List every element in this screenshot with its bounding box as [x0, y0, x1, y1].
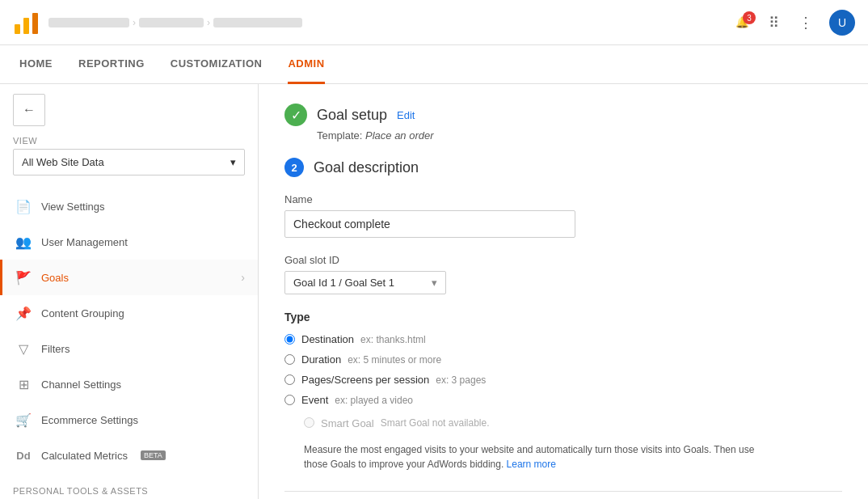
channel-icon: ⊞ — [15, 376, 32, 392]
google-analytics-logo — [13, 10, 39, 36]
sidebar: ← VIEW All Web Site Data ▾ 📄 View Settin… — [0, 84, 259, 499]
goal-desc-title: Goal description — [314, 159, 419, 176]
users-icon: 👥 — [15, 234, 32, 250]
goal-setup-title: Goal setup — [317, 107, 387, 124]
duration-hint: ex: 5 minutes or more — [348, 354, 441, 366]
sidebar-item-view-settings[interactable]: 📄 View Settings — [0, 188, 258, 224]
smart-goal-label: Smart Goal — [321, 417, 374, 429]
sidebar-item-filters[interactable]: ▽ Filters — [0, 331, 258, 366]
pages-label: Pages/Screens per session — [301, 374, 429, 386]
step-number: 2 — [284, 158, 304, 177]
sidebar-item-calculated-metrics[interactable]: Dd Calculated Metrics BETA — [0, 438, 258, 473]
sidebar-item-goals[interactable]: 🚩 Goals › — [0, 260, 258, 295]
grid-icon: ⠿ — [769, 15, 779, 31]
pin-icon: 📌 — [15, 305, 32, 321]
smart-goal-radio — [304, 417, 314, 428]
more-icon: ⋮ — [798, 15, 813, 31]
svg-rect-1 — [23, 18, 29, 34]
content-area: ✓ Goal setup Edit Template: Place an ord… — [259, 84, 868, 499]
document-icon: 📄 — [15, 198, 32, 214]
pages-radio[interactable] — [284, 374, 295, 385]
sidebar-item-user-management[interactable]: 👥 User Management — [0, 224, 258, 260]
goal-slot-form-group: Goal slot ID Goal Id 1 / Goal Set 1 ▾ — [284, 254, 842, 294]
name-input[interactable] — [284, 210, 575, 238]
flag-icon: 🚩 — [15, 269, 32, 285]
template-text: Template: Place an order — [317, 129, 842, 142]
back-icon: ← — [23, 103, 36, 117]
more-options-button[interactable]: ⋮ — [795, 11, 816, 35]
goal-slot-chevron-icon: ▾ — [432, 277, 437, 289]
divider — [284, 491, 842, 492]
smart-goal-description: Measure the most engaged visits to your … — [304, 442, 773, 472]
sidebar-back-button[interactable]: ← — [13, 94, 45, 126]
svg-rect-2 — [32, 13, 38, 34]
notifications-button[interactable]: 🔔 3 — [732, 13, 752, 32]
edit-link[interactable]: Edit — [397, 109, 415, 121]
event-hint: ex: played a video — [335, 395, 413, 406]
nav-customization[interactable]: CUSTOMIZATION — [171, 45, 263, 84]
destination-radio[interactable] — [284, 334, 295, 345]
goal-slot-select[interactable]: Goal Id 1 / Goal Set 1 ▾ — [284, 271, 446, 294]
main-layout: ← VIEW All Web Site Data ▾ 📄 View Settin… — [0, 84, 868, 499]
check-circle-icon: ✓ — [284, 104, 307, 126]
top-bar: › › 🔔 3 ⠿ ⋮ U — [0, 0, 868, 45]
pages-hint: ex: 3 pages — [436, 374, 486, 386]
goal-setup-header: ✓ Goal setup Edit — [284, 104, 842, 126]
cart-icon: 🛒 — [15, 412, 32, 428]
chevron-right-icon: › — [241, 271, 245, 284]
name-form-group: Name — [284, 193, 842, 238]
template-value: Place an order — [365, 129, 434, 142]
chevron-down-icon: ▾ — [230, 156, 236, 168]
type-destination[interactable]: Destination ex: thanks.html — [284, 333, 842, 345]
destination-label: Destination — [301, 333, 354, 345]
sidebar-item-channel-settings[interactable]: ⊞ Channel Settings — [0, 366, 258, 402]
notification-badge: 3 — [743, 11, 756, 24]
breadcrumb: › › — [48, 17, 723, 28]
name-label: Name — [284, 193, 842, 205]
type-duration[interactable]: Duration ex: 5 minutes or more — [284, 353, 842, 366]
sidebar-item-ecommerce-settings[interactable]: 🛒 Ecommerce Settings — [0, 402, 258, 438]
event-radio[interactable] — [284, 395, 295, 405]
nav-bar: HOME REPORTING CUSTOMIZATION ADMIN — [0, 45, 868, 84]
view-dropdown[interactable]: All Web Site Data ▾ — [13, 149, 245, 175]
goal-slot-value: Goal Id 1 / Goal Set 1 — [293, 277, 394, 289]
type-radio-group: Destination ex: thanks.html Duration ex:… — [284, 333, 842, 472]
type-title: Type — [284, 311, 842, 324]
beta-badge: BETA — [141, 450, 166, 460]
event-label: Event — [301, 394, 328, 406]
goal-slot-label: Goal slot ID — [284, 254, 842, 266]
nav-home[interactable]: HOME — [19, 45, 53, 84]
type-section: Type Destination ex: thanks.html Duratio… — [284, 311, 842, 472]
avatar[interactable]: U — [829, 10, 855, 36]
personal-tools-label: PERSONAL TOOLS & ASSETS — [0, 473, 258, 499]
goal-desc-header: 2 Goal description — [284, 158, 842, 177]
type-pages-per-session[interactable]: Pages/Screens per session ex: 3 pages — [284, 374, 842, 386]
smart-goal-row: Smart Goal Smart Goal not available. — [284, 417, 842, 429]
duration-radio[interactable] — [284, 354, 295, 365]
apps-button[interactable]: ⠿ — [765, 11, 782, 35]
filter-icon: ▽ — [15, 340, 32, 357]
top-icons: 🔔 3 ⠿ ⋮ U — [732, 10, 855, 36]
duration-label: Duration — [301, 353, 341, 366]
sidebar-item-content-grouping[interactable]: 📌 Content Grouping — [0, 295, 258, 331]
svg-rect-0 — [15, 24, 20, 34]
smart-goal-hint: Smart Goal not available. — [381, 417, 490, 429]
learn-more-link[interactable]: Learn more — [507, 459, 556, 470]
nav-reporting[interactable]: REPORTING — [78, 45, 145, 84]
nav-admin[interactable]: ADMIN — [288, 45, 324, 84]
type-event[interactable]: Event ex: played a video — [284, 394, 842, 406]
view-label: VIEW — [0, 136, 258, 149]
dd-icon: Dd — [15, 447, 32, 463]
destination-hint: ex: thanks.html — [360, 334, 426, 345]
